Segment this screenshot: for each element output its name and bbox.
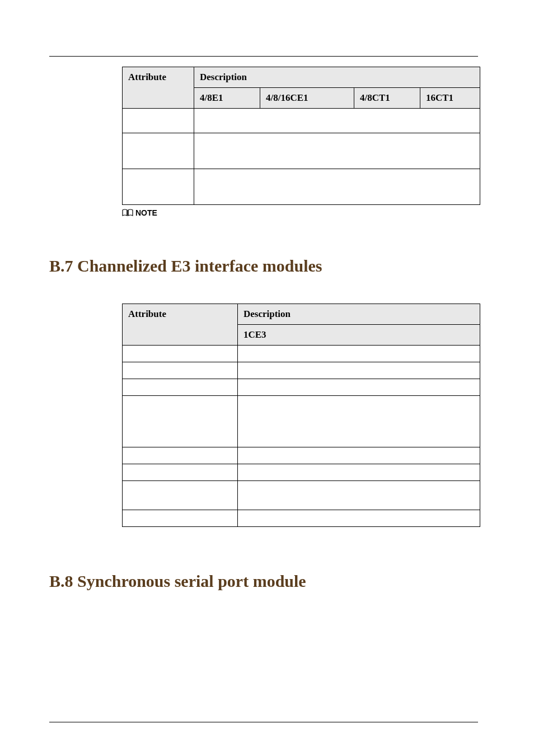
t1-sub-c4: 16CT1 bbox=[420, 88, 480, 109]
table-row bbox=[123, 362, 480, 379]
note-label: NOTE bbox=[135, 208, 157, 217]
table-row bbox=[123, 109, 480, 133]
section-heading-b8: B.8 Synchronous serial port module bbox=[49, 572, 478, 591]
table-row bbox=[123, 379, 480, 396]
table-attributes-2: Attribute Description 1CE3 bbox=[122, 304, 480, 527]
t2-sub-c1: 1CE3 bbox=[238, 325, 480, 346]
table-row bbox=[123, 169, 480, 205]
table-attributes-1: Attribute Description 4/8E1 4/8/16CE1 4/… bbox=[122, 67, 480, 205]
t1-sub-c3: 4/8CT1 bbox=[354, 88, 420, 109]
book-icon bbox=[122, 209, 133, 217]
table-row bbox=[123, 396, 480, 447]
t2-header-description: Description bbox=[238, 304, 480, 325]
note-callout: NOTE bbox=[122, 208, 478, 217]
t2-header-attribute: Attribute bbox=[123, 304, 238, 346]
table-row bbox=[123, 346, 480, 362]
bottom-horizontal-rule bbox=[49, 722, 478, 722]
t1-sub-c1: 4/8E1 bbox=[194, 88, 260, 109]
table-row bbox=[123, 464, 480, 481]
t1-sub-c2: 4/8/16CE1 bbox=[260, 88, 354, 109]
t1-header-attribute: Attribute bbox=[123, 67, 194, 109]
t1-header-description: Description bbox=[194, 67, 480, 88]
section-heading-b7: B.7 Channelized E3 interface modules bbox=[49, 256, 478, 276]
table-row bbox=[123, 481, 480, 510]
table-row bbox=[123, 447, 480, 464]
table-row bbox=[123, 510, 480, 527]
top-horizontal-rule bbox=[49, 56, 478, 57]
table-row bbox=[123, 133, 480, 169]
